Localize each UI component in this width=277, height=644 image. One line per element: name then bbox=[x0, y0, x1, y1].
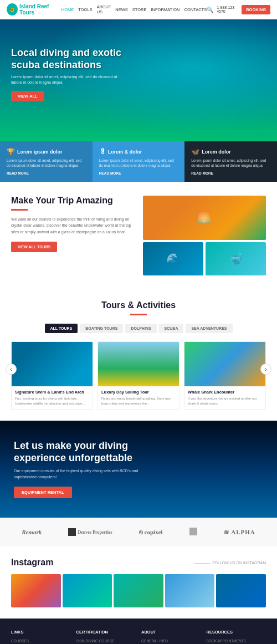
tab-boating[interactable]: BOATING TOURS bbox=[80, 324, 123, 333]
instagram-follow[interactable]: ———— FOLLOW US ON INSTAGRAM bbox=[194, 561, 266, 565]
insta-photo-1[interactable] bbox=[11, 574, 61, 607]
footer-link-skin[interactable]: SKIN DIVING COURSE bbox=[76, 639, 136, 643]
info-bar-1-text: Lorem ipsum dolor sit amet, adipiscing e… bbox=[7, 158, 86, 168]
hero-title: Local diving and exotic scuba destinatio… bbox=[11, 47, 122, 71]
diving-section: Let us make your diving experience unfor… bbox=[0, 421, 277, 518]
tour-card-3-title: Whale Shark Encounter bbox=[188, 390, 262, 395]
info-bar-1-link[interactable]: READ MORE bbox=[7, 171, 86, 175]
brand-creative bbox=[189, 528, 197, 536]
info-bar-3-title: 🦋 Lorem dolor bbox=[191, 148, 270, 156]
tours-grid: Signature Swim & Land's End Arch Fun, ex… bbox=[11, 341, 266, 410]
tour-card-1-text: Fun, exciting tours for diving with dolp… bbox=[15, 396, 89, 406]
instagram-section: Instagram ———— FOLLOW US ON INSTAGRAM bbox=[0, 546, 277, 619]
carousel-next-button[interactable]: › bbox=[260, 364, 271, 375]
hero-button[interactable]: VIEW ALL bbox=[11, 91, 44, 101]
logo-icon: 🐠 bbox=[7, 3, 18, 16]
tab-sea-adventures[interactable]: SEA ADVENTURES bbox=[186, 324, 232, 333]
footer-col-links-title: LINKS bbox=[11, 630, 71, 635]
info-bars: 🏆 Lorem ipsum dolor Lorem ipsum dolor si… bbox=[0, 141, 277, 182]
hero-subtitle: Lorem ipsum dolor sit amet, adipiscing e… bbox=[11, 74, 122, 85]
tours-header: Tours & Activities bbox=[11, 300, 266, 315]
nav-info[interactable]: INFORMATION bbox=[151, 7, 180, 12]
tours-title: Tours & Activities bbox=[11, 300, 266, 310]
trip-section: Make Your Trip Amazing We want all our t… bbox=[0, 182, 277, 289]
diving-content: Let us make your diving experience unfor… bbox=[14, 440, 152, 498]
info-bar-2-title: 🎖 Lorem & dolor bbox=[99, 148, 178, 156]
nav-about[interactable]: ABOUT US bbox=[97, 4, 111, 14]
info-bar-2-link[interactable]: READ MORE bbox=[99, 171, 178, 175]
tab-all-tours[interactable]: ALL TOURS bbox=[45, 324, 78, 333]
trophy-icon: 🏆 bbox=[7, 148, 15, 156]
hero-section: Local diving and exotic scuba destinatio… bbox=[0, 19, 277, 141]
footer-col-cert: CERTIFICATION SKIN DIVING COURSE OPEN WA… bbox=[76, 630, 136, 644]
tour-card-3-text: If you like adventure we are excited to … bbox=[188, 396, 262, 406]
trip-accent bbox=[11, 209, 28, 211]
nav-contacts[interactable]: CONTACTS bbox=[184, 7, 207, 12]
butterfly-icon: 🦋 bbox=[191, 148, 199, 156]
nav-right: 🔍 1-888-123-4570 BOOKING bbox=[207, 5, 270, 14]
footer-col-links: LINKS COURSES PRICING EQUIPMENT RENTAL S… bbox=[11, 630, 71, 644]
tours-tabs: ALL TOURS BOATING TOURS DOLPHINS SCUBA S… bbox=[11, 324, 266, 333]
footer-link-courses[interactable]: COURSES bbox=[11, 639, 71, 643]
logo[interactable]: 🐠 Island Reef Tours bbox=[7, 3, 61, 16]
tour-card-3: Whale Shark Encounter If you like advent… bbox=[184, 341, 266, 410]
footer-col-cert-title: CERTIFICATION bbox=[76, 630, 136, 635]
insta-photo-2[interactable] bbox=[63, 574, 112, 607]
equipment-rental-button[interactable]: EQUIPMENT RENTAL bbox=[14, 487, 72, 498]
insta-photo-4[interactable] bbox=[165, 574, 215, 607]
brands-section: Remark Denver Properties ⎋ copixel ≋ ALP… bbox=[0, 518, 277, 546]
footer-link-general[interactable]: GENERAL INFO bbox=[141, 639, 201, 643]
info-bar-2: 🎖 Lorem & dolor Lorem ipsum dolor sit am… bbox=[93, 141, 185, 182]
footer-col-resources: RESOURCES BOOK APPOINTMENTS EQUIPMENT RE… bbox=[207, 630, 266, 644]
nav-news[interactable]: NEWS bbox=[115, 7, 128, 12]
footer-links: LINKS COURSES PRICING EQUIPMENT RENTAL S… bbox=[11, 630, 266, 644]
tour-card-2: Luxury Day Sailing Tour Relax and enjoy … bbox=[98, 341, 179, 410]
navbar: 🐠 Island Reef Tours HOME TOOLS ABOUT US … bbox=[0, 0, 277, 19]
trip-text: We want all our tourists to experience t… bbox=[11, 216, 135, 235]
tour-card-1-title: Signature Swim & Land's End Arch bbox=[15, 390, 89, 395]
insta-photo-5[interactable] bbox=[216, 574, 266, 607]
tour-card-2-text: Relax and enjoy breathtaking sailing. Bo… bbox=[101, 396, 176, 406]
tour-card-3-image bbox=[184, 342, 265, 386]
nav-store[interactable]: STORE bbox=[132, 7, 147, 12]
brand-remark: Remark bbox=[22, 529, 42, 535]
info-bar-1: 🏆 Lorem ipsum dolor Lorem ipsum dolor si… bbox=[0, 141, 93, 182]
tour-card-2-title: Luxury Day Sailing Tour bbox=[101, 390, 176, 395]
footer-col-about-title: ABOUT bbox=[141, 630, 201, 635]
footer-col-resources-title: RESOURCES bbox=[207, 630, 266, 635]
insta-photo-3[interactable] bbox=[114, 574, 163, 607]
brand-alpha: ≋ ALPHA bbox=[224, 529, 255, 536]
trip-image-main: 🌅 bbox=[143, 196, 266, 240]
tab-scuba[interactable]: SCUBA bbox=[159, 324, 184, 333]
tour-card-2-image bbox=[98, 342, 179, 386]
tours-section: Tours & Activities ALL TOURS BOATING TOU… bbox=[0, 289, 277, 421]
instagram-header: Instagram ———— FOLLOW US ON INSTAGRAM bbox=[11, 558, 266, 568]
search-icon[interactable]: 🔍 bbox=[207, 7, 213, 13]
trip-image-3: 🤿 bbox=[206, 242, 266, 275]
footer-link-book[interactable]: BOOK APPOINTMENTS bbox=[207, 639, 266, 643]
trip-image-2: 🌊 bbox=[143, 242, 203, 275]
instagram-grid bbox=[11, 574, 266, 607]
nav-tools[interactable]: TOOLS bbox=[78, 7, 92, 12]
brand-denver: Denver Properties bbox=[68, 528, 112, 536]
diving-text: Our equipment consists of the highest qu… bbox=[14, 468, 152, 480]
trip-title: Make Your Trip Amazing bbox=[11, 196, 135, 206]
tab-dolphins[interactable]: DOLPHINS bbox=[125, 324, 156, 333]
hero-content: Local diving and exotic scuba destinatio… bbox=[11, 47, 122, 101]
info-bar-3-link[interactable]: READ MORE bbox=[191, 171, 270, 175]
booking-button[interactable]: BOOKING bbox=[242, 5, 270, 14]
trip-images: 🌅 🌊 🤿 bbox=[143, 196, 266, 275]
nav-phone: 1-888-123-4570 bbox=[217, 6, 238, 13]
tour-card-1-image bbox=[12, 342, 93, 386]
nav-home[interactable]: HOME bbox=[61, 7, 74, 12]
medal-icon: 🎖 bbox=[99, 148, 106, 156]
info-bar-2-text: Lorem ipsum dolor sit amet, adipiscing e… bbox=[99, 158, 178, 168]
instagram-title: Instagram bbox=[11, 558, 53, 568]
info-bar-3-text: Lorem ipsum dolor sit amet, adipiscing e… bbox=[191, 158, 270, 168]
info-bar-1-title: 🏆 Lorem ipsum dolor bbox=[7, 148, 86, 156]
trip-button[interactable]: VIEW ALL TOURS bbox=[11, 242, 57, 252]
footer-col-about: ABOUT GENERAL INFO SERVICES FAQS NEWS bbox=[141, 630, 201, 644]
diving-title: Let us make your diving experience unfor… bbox=[14, 440, 152, 464]
tour-card-1: Signature Swim & Land's End Arch Fun, ex… bbox=[11, 341, 93, 410]
brand-copixel: ⎋ copixel bbox=[139, 529, 163, 535]
